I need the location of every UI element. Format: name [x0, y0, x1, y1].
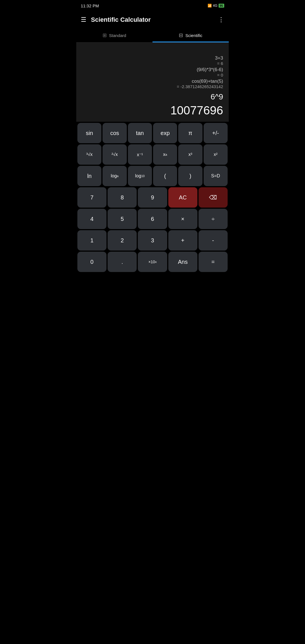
- key-row-sci-1: sin cos tan exp π +/-: [77, 123, 228, 143]
- key-6[interactable]: 6: [138, 209, 167, 229]
- status-time: 11:32 PM: [81, 3, 99, 8]
- key-close-paren[interactable]: ): [178, 166, 202, 186]
- current-expression: 6^9: [211, 92, 223, 101]
- key-multiply[interactable]: ×: [168, 209, 197, 229]
- app-title: Scientific Calculator: [91, 16, 218, 23]
- toolbar: ☰ Scientific Calculator ⋮: [76, 11, 229, 28]
- tab-standard[interactable]: ⊞ Standard: [76, 28, 152, 42]
- key-cos[interactable]: cos: [103, 123, 127, 143]
- key-divide[interactable]: ÷: [199, 209, 228, 229]
- tab-bar: ⊞ Standard ⊟ Scientific: [76, 28, 229, 43]
- key-4[interactable]: 4: [77, 209, 106, 229]
- key-open-paren[interactable]: (: [153, 166, 177, 186]
- status-bar: 11:32 PM 📶 4G 95: [76, 0, 229, 11]
- key-5[interactable]: 5: [108, 209, 137, 229]
- key-pi[interactable]: π: [178, 123, 202, 143]
- key-backspace[interactable]: ⌫: [199, 187, 228, 208]
- key-ac[interactable]: AC: [168, 187, 197, 208]
- key-equals[interactable]: =: [199, 252, 228, 272]
- key-decimal[interactable]: .: [108, 252, 137, 272]
- history-expr-2: (9/6)*3*(6-6): [197, 67, 223, 73]
- key-inverse[interactable]: x⁻¹: [128, 144, 152, 165]
- history-item-1: 3+3 = 6: [215, 55, 223, 66]
- scientific-tab-label: Scientific: [185, 33, 202, 38]
- battery-icon: 95: [219, 4, 224, 8]
- current-result: 10077696: [170, 104, 223, 117]
- history-item-2: (9/6)*3*(6-6) = 0: [197, 67, 223, 77]
- history-expr-1: 3+3: [215, 55, 223, 61]
- key-subtract[interactable]: -: [199, 230, 228, 251]
- key-3[interactable]: 3: [138, 230, 167, 251]
- key-square[interactable]: x²: [204, 144, 228, 165]
- menu-icon[interactable]: ☰: [81, 16, 86, 23]
- keypad: sin cos tan exp π +/- ³√x ²√x x⁻¹ xa x³ …: [76, 122, 229, 274]
- key-1[interactable]: 1: [77, 230, 106, 251]
- key-plus-minus[interactable]: +/-: [204, 123, 228, 143]
- key-power-a[interactable]: xa: [153, 144, 177, 165]
- key-cube[interactable]: x³: [178, 144, 202, 165]
- key-square-root[interactable]: ²√x: [103, 144, 127, 165]
- key-times10x[interactable]: ×10x: [138, 252, 167, 272]
- key-sin[interactable]: sin: [77, 123, 101, 143]
- signal-icon: 📶: [208, 4, 212, 8]
- standard-tab-label: Standard: [109, 33, 126, 38]
- key-row-0: 0 . ×10x Ans =: [77, 252, 228, 272]
- key-ln[interactable]: ln: [77, 166, 101, 186]
- scientific-tab-icon: ⊟: [179, 32, 183, 38]
- key-cube-root[interactable]: ³√x: [77, 144, 101, 165]
- calculator-display: 3+3 = 6 (9/6)*3*(6-6) = 0 cos(69)+tan(5)…: [76, 43, 229, 122]
- history-item-3: cos(69)+tan(5) = -2.3871246265243142: [177, 79, 223, 89]
- history-result-2: = 0: [197, 73, 223, 77]
- more-options-icon[interactable]: ⋮: [218, 16, 224, 23]
- key-7[interactable]: 7: [77, 187, 106, 208]
- key-row-sci-3: ln loga log10 ( ) S=D: [77, 166, 228, 186]
- key-add[interactable]: +: [168, 230, 197, 251]
- network-type: 4G: [213, 4, 217, 8]
- key-ans[interactable]: Ans: [168, 252, 197, 272]
- key-row-123: 1 2 3 + -: [77, 230, 228, 251]
- key-row-456: 4 5 6 × ÷: [77, 209, 228, 229]
- key-row-sci-2: ³√x ²√x x⁻¹ xa x³ x²: [77, 144, 228, 165]
- key-tan[interactable]: tan: [128, 123, 152, 143]
- tab-scientific[interactable]: ⊟ Scientific: [152, 28, 229, 42]
- key-row-789: 7 8 9 AC ⌫: [77, 187, 228, 208]
- key-2[interactable]: 2: [108, 230, 137, 251]
- key-log10[interactable]: log10: [128, 166, 152, 186]
- key-s-equals-d[interactable]: S=D: [204, 166, 228, 186]
- key-8[interactable]: 8: [108, 187, 137, 208]
- history-result-3: = -2.3871246265243142: [177, 84, 223, 89]
- key-9[interactable]: 9: [138, 187, 167, 208]
- key-0[interactable]: 0: [77, 252, 106, 272]
- history-expr-3: cos(69)+tan(5): [177, 79, 223, 84]
- key-exp[interactable]: exp: [153, 123, 177, 143]
- standard-tab-icon: ⊞: [103, 32, 107, 38]
- status-icons: 📶 4G 95: [208, 4, 224, 8]
- key-log-a[interactable]: loga: [103, 166, 127, 186]
- history-result-1: = 6: [215, 61, 223, 66]
